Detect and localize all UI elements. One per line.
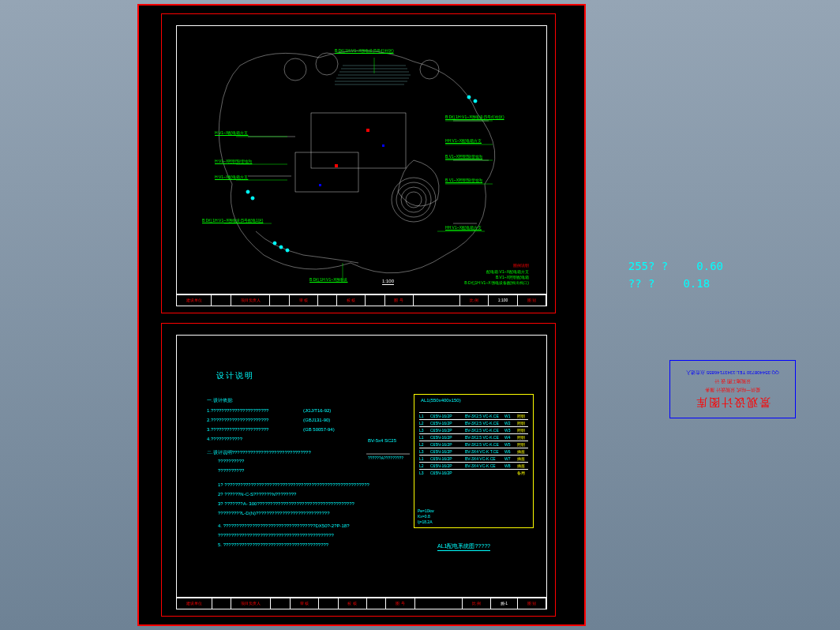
panel-row: L2C65N-16/2PBV-3X4 VC-K.CEW8插座 bbox=[419, 462, 528, 469]
readout-val: 0.18 bbox=[683, 275, 710, 292]
plan-label: B.V1~X照明预埋地沟 bbox=[445, 178, 482, 182]
note-line: 4. ???????????????????????????????????DX… bbox=[218, 523, 350, 528]
svg-rect-25 bbox=[382, 144, 384, 147]
legend-line: B:D红1H:V1~X强电设备(配线出线口) bbox=[464, 280, 529, 285]
tb-cell bbox=[414, 294, 461, 306]
tb-cell bbox=[318, 294, 337, 306]
note-line: 2? ??????N-C-S???????N???????? bbox=[218, 492, 296, 497]
plan-label: H:V1~X照明预埋地沟 bbox=[215, 159, 252, 163]
tb-cell: 校 核 bbox=[339, 598, 367, 609]
panel-row: L1C65N-16/2PBV-3X4 VC-K.CEW7插座 bbox=[419, 455, 528, 462]
tb-cell: 图 号 bbox=[386, 598, 414, 609]
legend-line: 配电箱:V1~X配电箱方支 bbox=[486, 269, 529, 274]
svg-point-7 bbox=[316, 53, 338, 75]
tb-cell bbox=[212, 294, 231, 306]
svg-point-6 bbox=[284, 58, 306, 81]
panel-row: L1C65N-16/2PBV-3X2.5 VC-K.CEW1照明 bbox=[419, 412, 528, 419]
note-line: ????????????????????????????????????????… bbox=[218, 533, 334, 538]
note-h1: 一.设计依据: bbox=[207, 397, 233, 404]
tb-cell: 比 例 bbox=[460, 294, 489, 306]
tb-cell: 图 别 bbox=[518, 294, 546, 306]
panel-title: AL1配电系统图????? bbox=[437, 542, 490, 551]
note-ref: (JGJ/T16-92) bbox=[303, 408, 331, 413]
cad-viewer[interactable]: B:D红1H:V1~X强电设(5号灯柱区) H:V1~X配电箱方支 H:V1~X… bbox=[137, 4, 586, 626]
note-line: 3.?????????????????????? bbox=[207, 427, 268, 432]
legend-line: B.V1~X照明配电箱 bbox=[496, 275, 529, 279]
note-line: ?????????L-D(N)?????????????????????????… bbox=[218, 511, 329, 516]
panel-row: L2C65N-16/2PBV-3X2.5 VC-K.CEW2照明 bbox=[419, 419, 528, 426]
side-readout: 255? ?0.60 ?? ?0.18 bbox=[628, 257, 723, 293]
panel-row: L1C65N-16/2PBV-3X2.5 VC-K.CEW4照明 bbox=[419, 433, 528, 441]
tb-cell bbox=[271, 598, 291, 609]
plan-frame: B:D红1H:V1~X强电设(5号灯柱区) H:V1~X配电箱方支 H:V1~X… bbox=[176, 25, 547, 295]
note-ref: (GB 50057-94) bbox=[303, 427, 335, 432]
tb-cell: 审 核 bbox=[290, 294, 318, 306]
readout-key: 255? ? bbox=[628, 257, 669, 275]
tb-cell bbox=[415, 598, 463, 609]
note-ref: (GBJ131-90) bbox=[303, 418, 330, 422]
svg-rect-24 bbox=[335, 164, 338, 167]
legend-title: 图例说明 bbox=[513, 263, 529, 268]
cable-label: BV-5x4 SC25 bbox=[368, 438, 396, 443]
note-line: 5. ?????????????????????????????????????… bbox=[218, 542, 328, 547]
plan-label: B:D红1H:V1~X强电设(5号配电1区) bbox=[202, 218, 263, 223]
plan-label: HH:V1~X配电箱方支 bbox=[445, 225, 482, 230]
tb-cell bbox=[212, 598, 232, 609]
plan-label: H:V1~X配电箱方支 bbox=[215, 174, 248, 179]
tb-cell: 图 别 bbox=[518, 598, 546, 609]
sheet-notes[interactable]: 设计说明 一.设计依据: 1.?????????????????????? (J… bbox=[161, 323, 556, 617]
stamp-line: 提供一站式 景观设计 服务 bbox=[705, 387, 759, 394]
notes-frame: 设计说明 一.设计依据: 1.?????????????????????? (J… bbox=[176, 335, 547, 598]
svg-point-16 bbox=[273, 242, 276, 245]
note-line: 2.?????????????????????? bbox=[207, 418, 268, 422]
panel-side: Pe=10kw bbox=[418, 508, 434, 513]
titleblock-top: 建设单位 项目负责人 审 核 校 核 图 号 比 例 1:100 图 别 bbox=[176, 294, 547, 306]
panel-box: AL1(550x400x150) L1C65N-16/2PBV-3X2.5 VC… bbox=[414, 394, 534, 528]
svg-rect-1 bbox=[295, 152, 358, 192]
plan-label: H:V1~X配电箱方支 bbox=[215, 130, 248, 135]
panel-box-title: AL1(550x400x150) bbox=[421, 398, 461, 403]
panel-row: L3C65N-16/2P备用 bbox=[419, 469, 528, 476]
svg-point-17 bbox=[279, 246, 283, 249]
note-line: 1.?????????????????????? bbox=[207, 408, 268, 413]
svg-point-19 bbox=[246, 190, 249, 193]
tb-cell: 建设单位 bbox=[177, 598, 212, 609]
note-h2: 二.设计说明?????????????????????????????? bbox=[207, 449, 311, 456]
tb-cell: 审 核 bbox=[291, 598, 319, 609]
tb-cell: 图 号 bbox=[385, 294, 414, 306]
plan-label: B:D红1H:V1~X强电设 bbox=[309, 277, 348, 282]
plan-scale: 1:100 bbox=[382, 279, 394, 285]
plan-label: HH:V1~X配电箱方支 bbox=[445, 138, 482, 143]
plan-label: B:D红1H:V1~X强电设(5号灯柱区) bbox=[335, 48, 394, 53]
cable-label-2: ??????A????????? bbox=[368, 456, 403, 460]
library-stamp[interactable]: 景观设计图库 提供一站式 景观设计 服务 景观施工图 设 计 QQ:354408… bbox=[669, 360, 796, 418]
tb-cell bbox=[270, 294, 289, 306]
svg-rect-23 bbox=[366, 129, 369, 132]
svg-point-3 bbox=[396, 182, 431, 217]
svg-point-20 bbox=[251, 197, 254, 200]
panel-side: Kx=0.8 bbox=[418, 514, 430, 519]
readout-key: ?? ? bbox=[628, 275, 655, 292]
tb-cell bbox=[366, 294, 384, 306]
svg-point-18 bbox=[286, 249, 289, 252]
stamp-contact: QQ:354408730 TEL:13437146855 点击进入 bbox=[686, 369, 779, 377]
tb-cell: 1:100 bbox=[489, 294, 518, 306]
panel-side: Ij=18.2A bbox=[418, 519, 433, 524]
svg-point-22 bbox=[474, 99, 477, 103]
panel-row: L3C65N-16/2PBV-3X4 VC-K.T.CEW6插座 bbox=[419, 448, 528, 455]
panel-row: L3C65N-16/2PBV-3X2.5 VC-K.CEW3照明 bbox=[419, 426, 528, 433]
notes-title: 设计说明 bbox=[216, 370, 254, 381]
svg-point-21 bbox=[467, 96, 471, 99]
note-line: ?????????? bbox=[218, 468, 244, 473]
plan-label: B.V1~X照明预埋地沟 bbox=[445, 154, 482, 159]
tb-cell: 校 核 bbox=[337, 294, 366, 306]
tb-cell bbox=[367, 598, 387, 609]
sheet-plan[interactable]: B:D红1H:V1~X强电设(5号灯柱区) H:V1~X配电箱方支 H:V1~X… bbox=[161, 13, 556, 313]
svg-rect-26 bbox=[319, 184, 321, 186]
panel-row: L2C65N-16/2PBV-3X2.5 VC-K.CEW5照明 bbox=[419, 441, 528, 448]
note-line: 1? ?????????????????????????????????????… bbox=[218, 482, 369, 487]
note-line: ?????????? bbox=[218, 459, 244, 463]
tb-cell: 建设单位 bbox=[177, 294, 212, 306]
tb-cell: 项目负责人 bbox=[231, 294, 270, 306]
readout-val: 0.60 bbox=[696, 257, 723, 275]
